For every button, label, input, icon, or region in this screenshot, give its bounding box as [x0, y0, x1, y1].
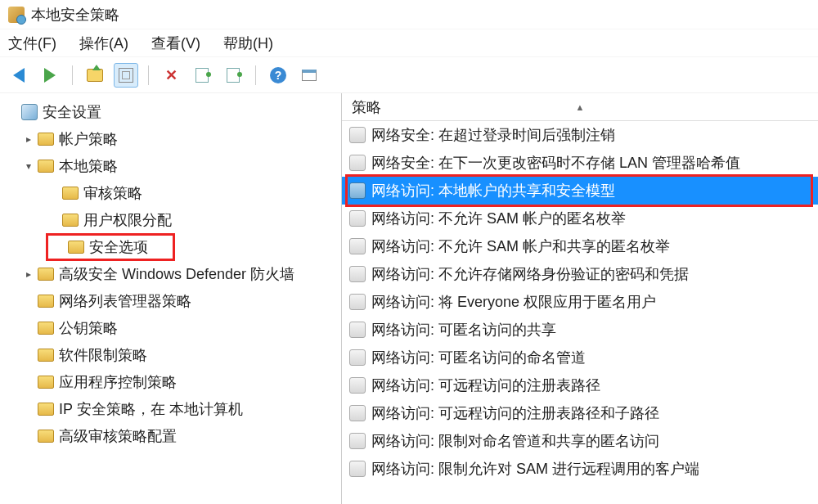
menu-action[interactable]: 操作(A)	[79, 34, 128, 53]
tree-item[interactable]: ▾本地策略	[0, 152, 341, 179]
sort-indicator-icon: ▲	[576, 102, 585, 112]
tree-item[interactable]: 应用程序控制策略	[0, 368, 341, 395]
back-button[interactable]	[7, 63, 31, 88]
titlebar: 本地安全策略	[0, 0, 818, 29]
export-button[interactable]	[221, 63, 245, 88]
policy-row[interactable]: 网络访问: 可匿名访问的共享	[342, 316, 818, 344]
tree-item[interactable]: 审核策略	[0, 179, 341, 206]
menu-file[interactable]: 文件(F)	[8, 34, 56, 53]
chevron-right-icon[interactable]: ▸	[21, 268, 36, 280]
policy-label: 网络安全: 在下一次更改密码时不存储 LAN 管理器哈希值	[371, 153, 740, 173]
shield-icon	[36, 403, 56, 416]
policy-row[interactable]: 网络访问: 限制允许对 SAM 进行远程调用的客户端	[342, 455, 818, 483]
tree-item[interactable]: IP 安全策略，在 本地计算机	[0, 395, 341, 422]
show-tree-button[interactable]	[114, 63, 138, 88]
policy-icon	[348, 460, 366, 478]
content-area: 安全设置 ▸帐户策略▾本地策略审核策略用户权限分配安全选项▸高级安全 Windo…	[0, 93, 818, 504]
properties-icon	[196, 68, 209, 83]
policy-icon	[348, 182, 366, 200]
folder-icon	[36, 268, 56, 281]
tree-item[interactable]: 安全选项	[0, 233, 341, 260]
policy-label: 网络访问: 不允许 SAM 帐户和共享的匿名枚举	[371, 236, 670, 256]
folder-icon	[36, 133, 56, 146]
tree-item[interactable]: 网络列表管理器策略	[0, 287, 341, 314]
policy-row[interactable]: 网络安全: 在下一次更改密码时不存储 LAN 管理器哈希值	[342, 149, 818, 177]
column-header-label: 策略	[352, 97, 381, 117]
policy-label: 网络访问: 不允许存储网络身份验证的密码和凭据	[371, 264, 689, 284]
policy-icon	[348, 376, 366, 394]
policy-icon	[348, 209, 366, 227]
folder-icon	[61, 214, 80, 227]
policy-icon	[348, 154, 366, 172]
policy-label: 网络访问: 可匿名访问的命名管道	[371, 348, 586, 367]
tree-item[interactable]: 软件限制策略	[0, 341, 341, 368]
policy-label: 网络访问: 限制对命名管道和共享的匿名访问	[371, 431, 659, 451]
policy-row[interactable]: 网络访问: 本地帐户的共享和安全模型	[342, 177, 818, 205]
policy-icon	[348, 293, 366, 311]
policy-icon	[348, 265, 366, 283]
help-button[interactable]: ?	[266, 63, 290, 88]
tree-item[interactable]: ▸帐户策略	[0, 125, 341, 152]
policy-label: 网络访问: 本地帐户的共享和安全模型	[371, 181, 615, 200]
root-icon	[20, 104, 39, 120]
toolbar-separator	[72, 65, 73, 85]
policy-row[interactable]: 网络访问: 可匿名访问的命名管道	[342, 344, 818, 371]
tree-item-label: 审核策略	[83, 183, 142, 203]
policy-row[interactable]: 网络访问: 限制对命名管道和共享的匿名访问	[342, 427, 818, 455]
column-header-policy[interactable]: 策略 ▲	[342, 93, 818, 121]
policy-label: 网络访问: 不允许 SAM 帐户的匿名枚举	[371, 209, 626, 228]
menu-help[interactable]: 帮助(H)	[223, 34, 273, 53]
policy-row[interactable]: 网络访问: 不允许 SAM 帐户和共享的匿名枚举	[342, 232, 818, 260]
forward-button[interactable]	[38, 63, 62, 88]
tree-root-label: 安全设置	[43, 102, 101, 122]
tree-item-label: 网络列表管理器策略	[59, 291, 191, 311]
policy-row[interactable]: 网络访问: 将 Everyone 权限应用于匿名用户	[342, 288, 818, 316]
window-icon	[302, 70, 317, 81]
tree-item[interactable]: 公钥策略	[0, 314, 341, 341]
back-arrow-icon	[13, 68, 25, 83]
policy-icon	[348, 432, 366, 450]
menu-view[interactable]: 查看(V)	[151, 34, 200, 53]
policy-label: 网络访问: 可匿名访问的共享	[371, 320, 556, 340]
extra-window-button[interactable]	[297, 63, 321, 88]
properties-button[interactable]	[190, 63, 214, 88]
tree-item[interactable]: 高级审核策略配置	[0, 422, 341, 449]
policy-row[interactable]: 网络访问: 不允许存储网络身份验证的密码和凭据	[342, 260, 818, 288]
delete-button[interactable]: ✕	[159, 63, 183, 88]
policy-row[interactable]: 网络访问: 不允许 SAM 帐户的匿名枚举	[342, 205, 818, 232]
delete-icon: ✕	[165, 66, 178, 84]
tree-item-label: 帐户策略	[59, 129, 118, 149]
folder-up-button[interactable]	[83, 63, 107, 88]
tree-root[interactable]: 安全设置	[0, 98, 341, 125]
tree-item-label: 安全选项	[89, 237, 148, 257]
policy-icon	[348, 126, 366, 144]
folder-up-icon	[87, 69, 103, 82]
tree-item[interactable]: 用户权限分配	[0, 206, 341, 233]
tree-item-label: 高级安全 Windows Defender 防火墙	[59, 264, 294, 284]
menubar: 文件(F) 操作(A) 查看(V) 帮助(H)	[0, 29, 818, 57]
chevron-down-icon[interactable]: ▾	[21, 160, 36, 172]
policy-row[interactable]: 网络访问: 可远程访问的注册表路径	[342, 371, 818, 399]
tree-pane: 安全设置 ▸帐户策略▾本地策略审核策略用户权限分配安全选项▸高级安全 Windo…	[0, 93, 342, 504]
policy-icon	[348, 404, 366, 422]
folder-icon	[36, 295, 56, 308]
policy-row[interactable]: 网络访问: 可远程访问的注册表路径和子路径	[342, 399, 818, 427]
tree-item[interactable]: ▸高级安全 Windows Defender 防火墙	[0, 260, 341, 287]
policy-label: 网络访问: 将 Everyone 权限应用于匿名用户	[371, 292, 656, 312]
policy-label: 网络安全: 在超过登录时间后强制注销	[371, 125, 615, 145]
chevron-right-icon[interactable]: ▸	[21, 133, 36, 145]
policy-icon	[348, 237, 366, 255]
forward-arrow-icon	[44, 68, 56, 83]
folder-icon	[61, 187, 80, 200]
tree-item-label: 公钥策略	[59, 318, 118, 338]
help-icon: ?	[270, 67, 286, 83]
folder-icon	[36, 322, 56, 335]
policy-row[interactable]: 网络安全: 在超过登录时间后强制注销	[342, 121, 818, 149]
tree-item-label: IP 安全策略，在 本地计算机	[59, 399, 243, 419]
folder-icon	[36, 349, 56, 362]
tree-item-label: 应用程序控制策略	[59, 372, 177, 392]
folder-icon	[36, 376, 56, 389]
tree-item-label: 软件限制策略	[59, 345, 147, 365]
toolbar: ✕ ?	[0, 57, 818, 93]
tree-item-label: 本地策略	[59, 156, 118, 176]
